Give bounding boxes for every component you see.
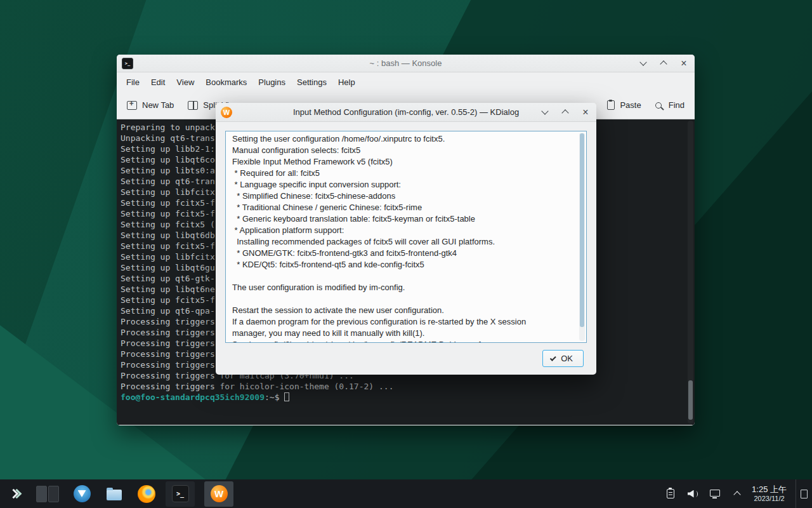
ok-button[interactable]: OK [542, 350, 584, 367]
dialog-close-button[interactable]: × [580, 107, 591, 118]
dialog-text-line: * GNOME/GTK: fcitx5-frontend-gtk3 and fc… [232, 248, 580, 259]
new-tab-icon [127, 101, 137, 110]
dialog-text-line: manager, you may need to kill it manuall… [232, 328, 580, 339]
ok-button-label: OK [561, 354, 573, 363]
menu-bookmarks[interactable]: Bookmarks [200, 77, 252, 87]
dialog-text-line: See im-config(8) and /usr/share/doc/im-c… [232, 339, 580, 343]
dialog-window-controls: × [539, 107, 591, 118]
taskbar: >_ W 1:25 上午 2023/11/2 [0, 479, 812, 508]
konsole-icon-glyph: >_ [125, 61, 130, 66]
paste-button[interactable]: Paste [607, 100, 641, 110]
find-icon [655, 102, 662, 109]
dialog-text-line [232, 293, 580, 305]
dialog-text-line: Flexible Input Method Framework v5 (fcit… [232, 156, 580, 168]
minimize-button[interactable] [638, 58, 649, 69]
menu-edit[interactable]: Edit [145, 77, 171, 87]
volume-tray-button[interactable] [687, 488, 698, 500]
dialog-text-line: Manual configuration selects: fcitx5 [232, 145, 580, 156]
clipboard-tray-button[interactable] [665, 488, 676, 500]
dialog-title: Input Method Configuration (im-config, v… [293, 107, 519, 117]
application-launcher-button[interactable] [3, 482, 27, 506]
terminal-cursor [284, 392, 289, 401]
maximize-icon [561, 109, 568, 116]
desktop-2-cell[interactable] [48, 486, 59, 502]
maximize-button[interactable] [658, 58, 669, 69]
konsole-menubar: File Edit View Bookmarks Plugins Setting… [117, 72, 695, 91]
dialog-text-line: Installing recommended packages of fcitx… [232, 236, 580, 248]
digital-clock[interactable]: 1:25 上午 2023/11/2 [752, 485, 787, 503]
dialog-text-line: * Simplified Chinese: fcitx5-chinese-add… [232, 190, 580, 202]
dialog-text-line: * Traditional Chinese / generic Chinese:… [232, 202, 580, 213]
dialog-text-area[interactable]: Setting the user configuration /home/foo… [225, 131, 587, 343]
clipboard-icon [667, 489, 674, 498]
file-manager-launcher[interactable] [105, 485, 124, 504]
konsole-icon-glyph: >_ [176, 490, 184, 497]
kdialog-icon: W [221, 107, 232, 118]
discover-icon [74, 485, 91, 502]
task-kdialog[interactable]: W [204, 481, 233, 507]
expand-tray-button[interactable] [731, 488, 743, 500]
clock-time: 1:25 上午 [752, 485, 787, 495]
paste-label: Paste [620, 100, 641, 110]
konsole-titlebar[interactable]: >_ ~ : bash — Konsole × [117, 55, 695, 72]
minimize-icon [639, 58, 646, 65]
task-konsole[interactable]: >_ [166, 481, 195, 507]
chevron-up-icon [733, 491, 740, 498]
menu-plugins[interactable]: Plugins [252, 77, 291, 87]
dialog-text-line: If a daemon program for the previous con… [232, 316, 580, 328]
firefox-launcher[interactable] [137, 485, 156, 504]
konsole-window-controls: × [638, 58, 690, 69]
dialog-text-line: * Language specific input conversion sup… [232, 179, 580, 190]
konsole-icon: >_ [122, 58, 133, 69]
maximize-icon [660, 60, 667, 67]
menu-help[interactable]: Help [332, 77, 361, 87]
close-button[interactable]: × [678, 58, 690, 69]
show-desktop-button[interactable] [796, 479, 812, 508]
terminal-prompt: foo@foo-standardpcq35ich92009:~$ [121, 392, 695, 403]
dialog-minimize-button[interactable] [539, 107, 551, 118]
dialog-titlebar[interactable]: W Input Method Configuration (im-config,… [216, 103, 596, 122]
new-tab-label: New Tab [142, 100, 174, 110]
discover-launcher[interactable] [72, 485, 91, 504]
close-icon: × [582, 107, 588, 117]
dialog-button-row: OK [542, 350, 584, 367]
konsole-icon: >_ [172, 485, 189, 502]
desktop-icon [801, 490, 808, 498]
dialog-scrollbar[interactable] [579, 133, 585, 341]
minimize-icon [541, 107, 548, 114]
dialog-text-line [232, 271, 580, 282]
new-tab-button[interactable]: New Tab [127, 100, 174, 110]
kdialog-icon: W [211, 485, 228, 502]
dialog-text-line: * Required for all: fcitx5 [232, 168, 580, 179]
dialog-scrollbar-thumb[interactable] [580, 133, 584, 327]
find-button[interactable]: Find [655, 100, 684, 110]
system-tray [665, 488, 743, 500]
firefox-icon [138, 485, 155, 503]
paste-icon [607, 100, 615, 110]
menu-file[interactable]: File [121, 77, 145, 87]
dialog-text-line: * Application platform support: [232, 225, 580, 236]
display-tray-button[interactable] [709, 488, 721, 500]
display-icon [710, 490, 720, 497]
close-icon: × [681, 58, 686, 69]
terminal-line: Processing triggers for hicolor-icon-the… [121, 381, 695, 392]
terminal-scrollbar[interactable] [688, 121, 693, 424]
prompt-suffix: :~$ [265, 392, 279, 402]
clock-date: 2023/11/2 [752, 495, 787, 503]
dialog-text-line: * Generic keyboard translation table: fc… [232, 213, 580, 225]
terminal-scrollbar-thumb[interactable] [688, 380, 693, 420]
desktop-1-cell[interactable] [36, 486, 47, 502]
dialog-text-line: The user configuration is modified by im… [232, 282, 580, 293]
folder-icon [107, 490, 122, 500]
split-view-icon [188, 101, 198, 110]
dialog-text-line: * KDE/Qt5: fcitx5-frontend-qt5 and kde-c… [232, 259, 580, 271]
find-label: Find [669, 100, 684, 110]
dialog-text-line: Setting the user configuration /home/foo… [232, 133, 580, 145]
menu-settings[interactable]: Settings [291, 77, 332, 87]
menu-view[interactable]: View [171, 77, 200, 87]
check-icon [550, 355, 556, 361]
prompt-user-host: foo@foo-standardpcq35ich92009 [121, 392, 265, 402]
dialog-maximize-button[interactable] [560, 107, 571, 118]
konsole-window-title: ~ : bash — Konsole [370, 58, 442, 68]
virtual-desktop-pager[interactable] [36, 486, 59, 502]
